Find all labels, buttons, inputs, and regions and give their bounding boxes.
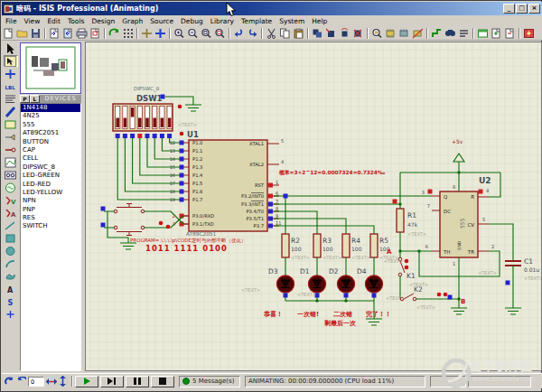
menu-debug[interactable]: Debug [177,17,207,25]
component-r2[interactable] [282,234,289,257]
device-pin-mode-icon[interactable] [4,144,18,155]
rotation-angle-field[interactable]: 0 [28,377,44,387]
step-button[interactable] [100,376,124,387]
device-item[interactable]: RES [21,214,80,222]
refresh-display-icon[interactable] [107,28,121,40]
paste-icon[interactable] [292,28,305,40]
message-panel[interactable]: 5 Message(s) [179,376,240,387]
component-d2[interactable] [338,275,355,293]
mirror-horizontal-icon[interactable] [46,378,57,386]
property-assignment-icon[interactable] [457,28,471,40]
menu-graph[interactable]: Graph [118,17,146,25]
component-r5[interactable] [370,234,378,257]
device-item[interactable]: CAP [21,146,80,154]
zoom-out-icon[interactable] [186,28,200,40]
print-icon[interactable] [75,28,89,40]
menu-view[interactable]: View [21,17,44,25]
new-file-icon[interactable] [2,28,15,40]
block-rotate-icon[interactable] [338,28,351,40]
menu-tools[interactable]: Tools [64,17,88,25]
current-probe-mode-icon[interactable]: A [4,207,18,219]
component-d4[interactable] [366,275,383,293]
design-explorer-icon[interactable] [476,28,490,40]
voltage-probe-mode-icon[interactable]: V [4,194,18,206]
remove-sheet-icon[interactable] [503,28,517,40]
device-item[interactable]: 4N25 [21,112,80,120]
device-item[interactable]: 1N4148 [21,104,80,112]
terminal-mode-icon[interactable] [4,131,18,143]
menu-file[interactable]: File [2,17,21,25]
menu-help[interactable]: Help [308,17,331,25]
search-tag-icon[interactable] [444,28,457,40]
2d-arc-mode-icon[interactable] [4,257,18,269]
device-item[interactable]: SWITCH [21,222,80,230]
menu-design[interactable]: Design [88,17,118,25]
menu-edit[interactable]: Edit [43,17,64,25]
menu-source[interactable]: Source [146,17,177,25]
close-button[interactable]: × [528,4,540,14]
open-file-icon[interactable] [15,28,29,40]
component-d1[interactable] [309,275,326,293]
2d-text-mode-icon[interactable]: A [4,283,18,294]
graph-mode-icon[interactable] [4,156,18,168]
menu-system[interactable]: System [276,17,308,25]
component-dsw1[interactable] [113,104,173,131]
stop-button[interactable] [151,376,174,387]
play-button[interactable] [75,376,98,387]
toggle-grid-icon[interactable] [121,28,135,40]
device-item[interactable]: LED-YELLOW [21,189,80,197]
block-delete-icon[interactable] [351,28,365,40]
subcircuit-mode-icon[interactable] [4,118,18,130]
device-item[interactable]: DIPSWC_8 [21,163,80,172]
2d-symbol-mode-icon[interactable]: S [4,295,18,307]
rotate-clockwise-icon[interactable] [5,377,14,387]
zoom-all-icon[interactable] [200,28,213,40]
undo-icon[interactable] [232,28,246,40]
selection-mode-icon[interactable] [4,42,18,54]
make-device-icon[interactable] [384,28,397,40]
bus-mode-icon[interactable] [4,106,18,117]
mirror-vertical-icon[interactable] [59,376,67,387]
schematic-canvas[interactable]: DIPSWC_8DSW1U112P1.013P1.114P1.215P1.316… [85,42,542,371]
minimize-button[interactable]: _ [503,4,515,14]
zoom-in-icon[interactable] [173,28,186,40]
2d-path-mode-icon[interactable] [4,270,18,282]
component-r1[interactable] [397,209,404,232]
device-item[interactable]: PNP [21,206,80,214]
2d-marker-mode-icon[interactable] [4,308,18,320]
restore-button[interactable]: □ [516,4,528,14]
2d-box-mode-icon[interactable] [4,232,18,244]
device-item[interactable]: CELL [21,154,80,163]
block-move-icon[interactable] [324,28,338,40]
generator-mode-icon[interactable] [4,182,18,193]
menu-template[interactable]: Template [238,17,276,25]
origin-icon[interactable] [140,28,154,40]
decompose-icon[interactable] [411,28,425,40]
new-sheet-icon[interactable] [490,28,503,40]
mark-output-area-icon[interactable] [89,28,102,40]
2d-line-mode-icon[interactable] [4,219,18,231]
2d-circle-mode-icon[interactable] [4,245,18,257]
text-script-mode-icon[interactable] [4,93,18,105]
cut-icon[interactable] [265,28,278,40]
pause-button[interactable] [126,376,149,387]
zoom-area-icon[interactable] [213,28,227,40]
device-item[interactable]: 555 [21,121,80,129]
component-d3[interactable] [277,275,294,293]
junction-dot-mode-icon[interactable] [4,68,18,79]
copy-icon[interactable] [278,28,292,40]
device-item[interactable]: LED-RED [21,181,80,189]
wire-autorouter-icon[interactable] [430,28,444,40]
device-item[interactable]: NPN [21,197,80,205]
pan-icon[interactable] [154,28,167,40]
import-section-icon[interactable] [48,28,61,40]
menu-library[interactable]: Library [207,17,238,25]
rotate-anticlockwise-icon[interactable] [16,377,26,387]
wire-label-mode-icon[interactable]: LBL [4,80,18,92]
electrical-check-icon[interactable] [522,28,536,40]
redo-icon[interactable] [246,28,259,40]
device-item[interactable]: LED-GREEN [21,172,80,180]
packaging-tool-icon[interactable] [397,28,411,40]
pick-parts-button[interactable]: P [20,95,30,103]
export-section-icon[interactable] [61,28,75,40]
